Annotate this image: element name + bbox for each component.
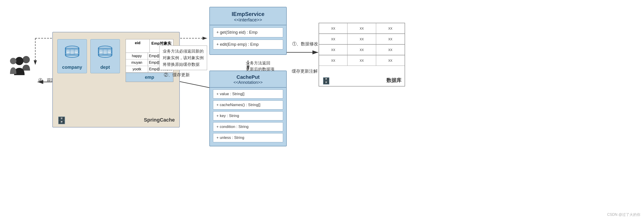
iemp-method-edit: + edit(Emp emp) : Emp	[213, 40, 283, 50]
cache-put-field-cachenames: + cacheNames() : String[]	[213, 100, 283, 110]
svg-rect-16	[66, 50, 78, 54]
svg-point-11	[10, 58, 16, 64]
db-cell-2-1: xx	[348, 44, 376, 55]
people-icon	[9, 52, 34, 80]
database-row1: xx xx xx	[319, 34, 404, 44]
step1-label: ①、数据修改	[292, 41, 318, 47]
svg-rect-24	[99, 50, 111, 54]
step2-label: ②、缓存更新	[164, 72, 190, 78]
diagram-container: ③、调用业务方法，根据雇员编号查询数据 ④、获取缓存数据 company	[0, 0, 644, 219]
database-row2: xx xx xx	[319, 44, 404, 55]
database-label: 数据库	[386, 77, 402, 84]
cache-update-annotation-label: 缓存更新注解	[292, 68, 318, 74]
db-cell-2-0: xx	[319, 44, 348, 55]
db-cell-0-1: xx	[348, 23, 376, 34]
spring-cache-label: SpringCache	[144, 117, 175, 123]
business-return-note: 业务方法必须返回新的对象实例，该对象实例将替换原始缓存数据	[159, 46, 207, 70]
cell-eid-0: happy	[126, 53, 148, 59]
db-cell-1-1: xx	[348, 34, 376, 44]
iemp-method-get: + get(String eid) : Emp	[213, 28, 283, 37]
db-cell-3-2: xx	[376, 55, 404, 66]
db-cell-1-2: xx	[376, 34, 404, 44]
emp-col-eid: eid	[126, 40, 150, 52]
cache-put-title: CachePut	[212, 74, 284, 80]
database-box: xx xx xx xx xx xx xx xx xx xx xx xx 数据库 …	[318, 23, 405, 86]
db-cell-3-1: xx	[348, 55, 376, 66]
iemp-service-title: IEmpService	[212, 11, 284, 17]
watermark: CSDN @过了火的你	[607, 212, 640, 217]
database-header-row: xx xx xx	[319, 23, 404, 34]
database-icon: 🗄️	[322, 77, 330, 85]
database-row3: xx xx xx	[319, 55, 404, 66]
db-cell-3-0: xx	[319, 55, 348, 66]
business-return-data-note: 业务方法返回更新后的数据项	[246, 60, 274, 72]
cache-put-header: CachePut <<Annotation>>	[210, 71, 286, 88]
cache-put-field-unless: + unless : String	[213, 133, 283, 142]
svg-point-10	[15, 57, 24, 65]
iemp-service-box: IEmpService <<interface>> + get(String e…	[209, 7, 287, 55]
company-label: company	[62, 65, 82, 70]
cache-put-field-key: + key : String	[213, 111, 283, 120]
dept-cache-item: dept	[90, 39, 120, 73]
db-cell-0-2: xx	[376, 23, 404, 34]
spring-cache-icon: 🗄️	[57, 116, 66, 124]
db-cell-1-0: xx	[319, 34, 348, 44]
business-return-text: 业务方法必须返回新的对象实例，该对象实例将替换原始缓存数据	[163, 49, 204, 67]
svg-point-9	[22, 56, 30, 63]
dept-label: dept	[100, 65, 110, 70]
cell-eid-2: yootk	[126, 66, 148, 72]
business-return-data-text: 业务方法返回更新后的数据项	[246, 61, 274, 72]
iemp-service-header: IEmpService <<interface>>	[210, 7, 286, 25]
cell-eid-1: muyan	[126, 60, 148, 66]
cache-put-field-condition: + condition : String	[213, 122, 283, 131]
company-cache-item: company	[57, 39, 87, 73]
db-cell-2-2: xx	[376, 44, 404, 55]
cache-put-subtitle: <<Annotation>>	[212, 80, 284, 85]
db-cell-0-0: xx	[319, 23, 348, 34]
cache-put-box: CachePut <<Annotation>> + value : String…	[209, 70, 287, 146]
iemp-service-subtitle: <<interface>>	[212, 17, 284, 22]
cache-put-field-value: + value : String[]	[213, 90, 283, 98]
